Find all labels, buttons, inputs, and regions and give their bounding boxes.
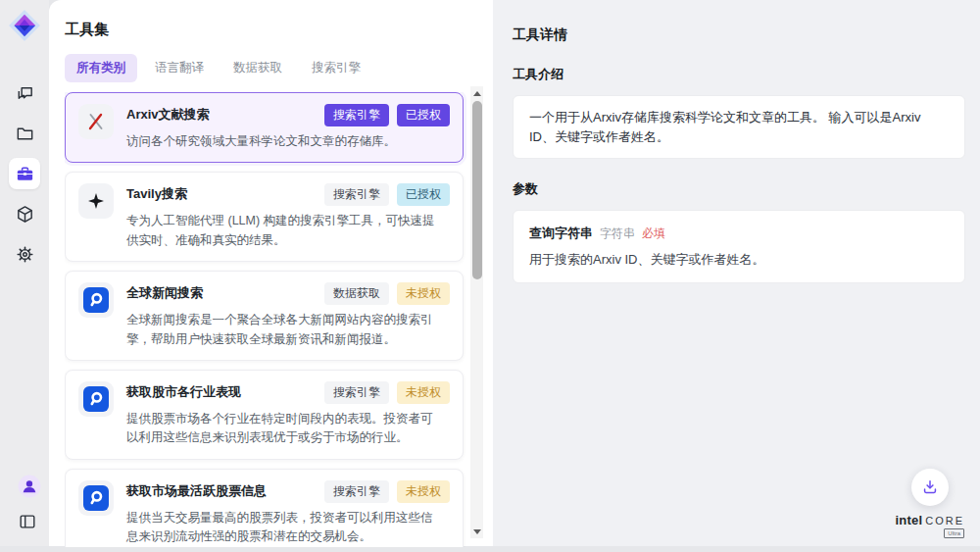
param-type: 字符串 xyxy=(600,226,635,242)
list-scrollbar[interactable] xyxy=(470,86,483,538)
tool-card[interactable]: 全球新闻搜索 数据获取 未授权 全球新闻搜索是一个聚合全球各大新闻网站内容的搜索… xyxy=(65,271,464,361)
detail-title: 工具详情 xyxy=(513,26,965,44)
tool-icon arxiv-icon xyxy=(78,104,114,139)
tool-card-body: 获取市场最活跃股票信息 搜索引擎 未授权 提供当天交易量最高的股票列表，投资者可… xyxy=(126,480,450,547)
download-button[interactable] xyxy=(911,469,949,506)
main-content: 工具集 所有类别语言翻译数据获取搜索引擎 Arxiv文献搜索 搜索引擎 已授权 … xyxy=(49,0,980,546)
tool-list: Arxiv文献搜索 搜索引擎 已授权 访问各个研究领域大量科学论文和文章的存储库… xyxy=(65,92,493,547)
tool-card-body: Tavily搜索 搜索引擎 已授权 专为人工智能代理 (LLM) 构建的搜索引擎… xyxy=(126,183,450,250)
tool-card[interactable]: 获取市场最活跃股票信息 搜索引擎 未授权 提供当天交易量最高的股票列表，投资者可… xyxy=(65,469,464,547)
auth-badge: 未授权 xyxy=(397,282,450,305)
tool-card-body: 获取股市各行业表现 搜索引擎 未授权 提供股票市场各个行业在特定时间段内的表现。… xyxy=(126,381,450,448)
tab-data-acquisition[interactable]: 数据获取 xyxy=(221,54,294,82)
core-wordmark: CORE xyxy=(925,515,964,527)
tool-card[interactable]: 获取股市各行业表现 搜索引擎 未授权 提供股票市场各个行业在特定时间段内的表现。… xyxy=(65,370,464,460)
badge-group: 搜索引擎 已授权 xyxy=(324,104,450,126)
app-logo diamond-logo-icon xyxy=(8,9,41,42)
tool-icon q-news-icon xyxy=(78,480,114,516)
tool-card[interactable]: Tavily搜索 搜索引擎 已授权 专为人工智能代理 (LLM) 构建的搜索引擎… xyxy=(65,172,464,262)
tool-title: 获取市场最活跃股票信息 xyxy=(126,482,267,500)
tool-icon q-news-icon xyxy=(78,381,114,417)
tool-description: 全球新闻搜索是一个聚合全球各大新闻网站内容的搜索引擎，帮助用户快速获取全球最新资… xyxy=(126,311,450,349)
toolbox-icon[interactable] xyxy=(9,158,40,189)
tab-language-translation[interactable]: 语言翻译 xyxy=(143,54,216,82)
chat-icon[interactable] xyxy=(9,77,40,109)
scrollbar-thumb[interactable] xyxy=(472,101,482,279)
params-heading: 参数 xyxy=(513,180,965,198)
category-badge: 搜索引擎 xyxy=(324,480,389,503)
intro-heading: 工具介绍 xyxy=(513,66,965,83)
rail-icon-group xyxy=(9,77,40,270)
tool-description: 提供当天交易量最高的股票列表，投资者可以利用这些信息来识别流动性强的股票和潜在的… xyxy=(126,509,450,547)
tool-description: 访问各个研究领域大量科学论文和文章的存储库。 xyxy=(126,132,450,151)
tool-card[interactable]: Arxiv文献搜索 搜索引擎 已授权 访问各个研究领域大量科学论文和文章的存储库… xyxy=(65,92,464,163)
badge-group: 搜索引擎 未授权 xyxy=(324,381,450,404)
param-name: 查询字符串 xyxy=(529,225,593,242)
collapse-panel-icon[interactable] xyxy=(12,509,37,534)
intel-core-logo: intel CORE Ultra xyxy=(895,513,964,538)
cube-icon[interactable] xyxy=(9,198,40,229)
toolset-panel: 工具集 所有类别语言翻译数据获取搜索引擎 Arxiv文献搜索 搜索引擎 已授权 … xyxy=(49,0,493,546)
tool-card-body: Arxiv文献搜索 搜索引擎 已授权 访问各个研究领域大量科学论文和文章的存储库… xyxy=(126,104,450,151)
badge-group: 搜索引擎 未授权 xyxy=(324,480,450,503)
category-badge: 数据获取 xyxy=(324,282,389,305)
badge-group: 数据获取 未授权 xyxy=(324,282,450,305)
category-badge: 搜索引擎 xyxy=(324,381,389,404)
rail-bottom-group xyxy=(12,474,37,534)
tab-all-categories[interactable]: 所有类别 xyxy=(65,54,137,82)
intel-wordmark: intel xyxy=(895,513,922,527)
badge-group: 搜索引擎 已授权 xyxy=(324,183,450,206)
intro-card: 一个用于从Arxiv存储库搜索科学论文和文章的工具。 输入可以是Arxiv ID… xyxy=(513,95,965,159)
tool-description: 专为人工智能代理 (LLM) 构建的搜索引擎工具，可快速提供实时、准确和真实的结… xyxy=(126,212,450,250)
tool-title: 获取股市各行业表现 xyxy=(126,383,241,401)
tool-title: Arxiv文献搜索 xyxy=(126,106,210,124)
folder-icon[interactable] xyxy=(9,118,40,149)
param-header: 查询字符串 字符串 必填 xyxy=(529,225,949,242)
download-icon xyxy=(920,477,940,497)
app-window: 工具集 所有类别语言翻译数据获取搜索引擎 Arxiv文献搜索 搜索引擎 已授权 … xyxy=(0,0,980,546)
scrollbar-down-arrow-icon[interactable] xyxy=(470,525,483,538)
auth-badge: 未授权 xyxy=(397,480,450,503)
user-avatar-icon[interactable] xyxy=(12,474,37,499)
category-tabs: 所有类别语言翻译数据获取搜索引擎 xyxy=(65,54,493,82)
category-badge: 搜索引擎 xyxy=(324,104,389,126)
scrollbar-up-arrow-icon[interactable] xyxy=(470,86,483,100)
auth-badge: 已授权 xyxy=(397,104,450,126)
tool-card-body: 全球新闻搜索 数据获取 未授权 全球新闻搜索是一个聚合全球各大新闻网站内容的搜索… xyxy=(126,282,450,349)
param-description: 用于搜索的Arxiv ID、关键字或作者姓名。 xyxy=(529,251,949,269)
param-card: 查询字符串 字符串 必填 用于搜索的Arxiv ID、关键字或作者姓名。 xyxy=(513,210,965,283)
gear-icon[interactable] xyxy=(9,238,40,270)
tab-search-engine[interactable]: 搜索引擎 xyxy=(300,54,372,82)
auth-badge: 已授权 xyxy=(397,183,450,206)
category-badge: 搜索引擎 xyxy=(324,183,389,206)
floating-corner: intel CORE Ultra xyxy=(895,469,964,538)
nav-rail xyxy=(0,0,49,546)
tool-description: 提供股票市场各个行业在特定时间段内的表现。投资者可以利用这些信息来识别表现优于或… xyxy=(126,410,450,448)
page-title: 工具集 xyxy=(65,21,493,39)
tool-icon tavily-icon xyxy=(78,183,114,219)
tool-detail-panel: 工具详情 工具介绍 一个用于从Arxiv存储库搜索科学论文和文章的工具。 输入可… xyxy=(493,0,980,546)
ultra-badge: Ultra xyxy=(944,528,964,538)
param-required-label: 必填 xyxy=(642,226,665,242)
auth-badge: 未授权 xyxy=(397,381,450,404)
tool-icon q-news-icon xyxy=(78,282,114,318)
intro-text: 一个用于从Arxiv存储库搜索科学论文和文章的工具。 输入可以是Arxiv ID… xyxy=(529,110,920,144)
tool-title: Tavily搜索 xyxy=(126,185,187,203)
tool-title: 全球新闻搜索 xyxy=(126,284,203,302)
